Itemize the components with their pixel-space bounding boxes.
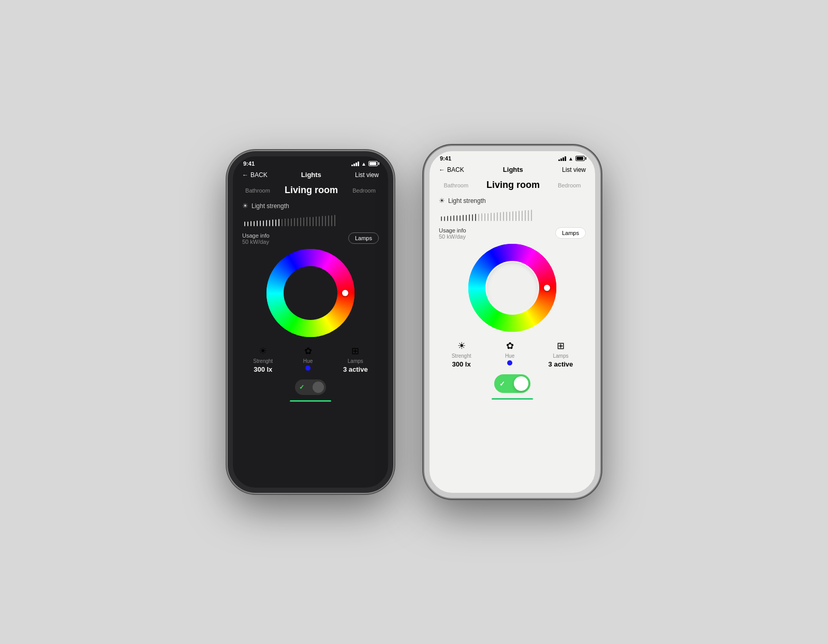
strenght-label-dark: Strenght <box>253 358 273 364</box>
signal-light <box>558 156 566 161</box>
hue-dot-light <box>507 360 512 365</box>
stat-lamps-dark: ⊞ Lamps 3 active <box>343 345 368 373</box>
lamps-label-dark: Lamps <box>348 358 363 364</box>
tab-bathroom-dark[interactable]: Bathroom <box>245 187 270 194</box>
notch-dark <box>279 156 342 170</box>
lamps-icon-light: ⊞ <box>557 340 565 352</box>
tab-living-room-dark[interactable]: Living room <box>285 185 338 196</box>
nav-title-dark: Lights <box>301 171 321 179</box>
back-label-light: BACK <box>447 166 464 173</box>
lamps-value-dark: 3 active <box>343 365 368 373</box>
color-wheel-container-dark <box>233 247 388 341</box>
light-strength-dark: ☀ Light strength <box>233 200 388 229</box>
lamps-label-light: Lamps <box>553 353 568 359</box>
slider-dark[interactable] <box>242 214 379 226</box>
wheel-handle-light[interactable] <box>544 285 550 291</box>
usage-info-light: Usage info 50 kW/day <box>439 227 466 240</box>
toggle-dark[interactable]: ✓ <box>295 379 326 395</box>
sun-icon-light: ☀ <box>439 197 445 204</box>
tab-bedroom-dark[interactable]: Bedroom <box>352 187 376 194</box>
light-strength-light: ☀ Light strength <box>430 195 595 224</box>
strenght-value-light: 300 lx <box>452 360 471 368</box>
color-wheel-dark[interactable] <box>267 249 354 337</box>
sun-icon-dark: ☀ <box>242 202 248 210</box>
toggle-container-light: ✓ <box>430 370 595 395</box>
back-label-dark: BACK <box>250 171 268 179</box>
lamps-icon-dark: ⊞ <box>351 345 359 357</box>
back-arrow-dark <box>242 171 248 179</box>
home-bar-line-dark <box>290 400 331 402</box>
hue-icon-light: ✿ <box>506 340 514 352</box>
home-bar-light <box>430 395 595 402</box>
hue-dot-dark <box>305 365 310 371</box>
status-icons-light: ▲ <box>558 156 585 162</box>
stat-strenght-dark: ☀ Strenght 300 lx <box>253 345 273 373</box>
toggle-check-light: ✓ <box>499 380 505 388</box>
lamps-value-light: 3 active <box>549 360 573 368</box>
stat-lamps-light: ⊞ Lamps 3 active <box>549 340 573 368</box>
color-wheel-light[interactable] <box>468 244 556 332</box>
nav-bar-dark: BACK Lights List view <box>233 168 388 183</box>
usage-info-dark: Usage info 50 kW/day <box>242 232 270 245</box>
hue-icon-dark: ✿ <box>304 345 312 357</box>
phone-light: 9:41 ▲ BACK Lights List view Bathroom Li… <box>424 146 600 498</box>
stat-strenght-light: ☀ Strenght 300 lx <box>452 340 471 368</box>
usage-value-light: 50 kW/day <box>439 233 466 240</box>
room-tabs-light: Bathroom Living room Bedroom <box>430 178 595 195</box>
lamps-button-dark[interactable]: Lamps <box>348 232 379 244</box>
light-strength-header-dark: ☀ Light strength <box>242 202 379 210</box>
usage-label-dark: Usage info <box>242 232 270 239</box>
strenght-icon-light: ☀ <box>457 340 466 352</box>
nav-bar-light: BACK Lights List view <box>430 163 595 178</box>
wifi-dark: ▲ <box>361 161 366 167</box>
back-button-dark[interactable]: BACK <box>242 171 268 179</box>
hue-label-light: Hue <box>505 353 514 359</box>
toggle-knob-dark <box>313 382 324 393</box>
back-arrow-light <box>439 166 445 173</box>
status-icons-dark: ▲ <box>351 161 378 167</box>
wifi-light: ▲ <box>568 156 573 162</box>
stat-hue-dark: ✿ Hue <box>303 345 313 371</box>
wheel-center-light <box>486 262 538 314</box>
time-dark: 9:41 <box>243 160 255 167</box>
slider-light[interactable] <box>439 209 586 221</box>
battery-light <box>575 156 585 161</box>
hue-label-dark: Hue <box>303 358 313 364</box>
notch-light <box>481 151 543 165</box>
strenght-label-light: Strenght <box>452 353 471 359</box>
stats-row-light: ☀ Strenght 300 lx ✿ Hue ⊞ Lamps 3 active <box>430 336 595 370</box>
tab-living-room-light[interactable]: Living room <box>486 180 540 191</box>
phone-dark: 9:41 ▲ BACK Lights List view Bathroom Li… <box>228 151 393 493</box>
usage-label-light: Usage info <box>439 227 466 233</box>
room-tabs-dark: Bathroom Living room Bedroom <box>233 183 388 200</box>
toggle-container-dark: ✓ <box>233 375 388 397</box>
wheel-handle-dark[interactable] <box>342 290 348 296</box>
color-wheel-container-light <box>430 242 595 336</box>
stat-hue-light: ✿ Hue <box>505 340 514 365</box>
toggle-check-dark: ✓ <box>299 384 304 391</box>
tab-bathroom-light[interactable]: Bathroom <box>443 182 468 188</box>
list-view-light[interactable]: List view <box>562 166 586 173</box>
light-strength-label-dark: Light strength <box>252 202 289 210</box>
light-strength-header-light: ☀ Light strength <box>439 197 586 204</box>
signal-dark <box>351 161 359 166</box>
nav-title-light: Lights <box>503 166 523 173</box>
stats-row-dark: ☀ Strenght 300 lx ✿ Hue ⊞ Lamps 3 active <box>233 341 388 375</box>
toggle-light[interactable]: ✓ <box>494 374 530 393</box>
usage-row-light: Usage info 50 kW/day Lamps <box>430 224 595 242</box>
lamps-button-light[interactable]: Lamps <box>555 227 586 239</box>
home-bar-dark <box>233 397 388 404</box>
tab-bedroom-light[interactable]: Bedroom <box>558 182 581 188</box>
strenght-icon-dark: ☀ <box>259 345 267 357</box>
light-strength-label-light: Light strength <box>448 197 486 204</box>
home-bar-line-light <box>492 398 533 400</box>
usage-value-dark: 50 kW/day <box>242 239 270 245</box>
back-button-light[interactable]: BACK <box>439 166 464 173</box>
wheel-center-dark <box>285 267 336 319</box>
list-view-dark[interactable]: List view <box>355 171 379 179</box>
usage-row-dark: Usage info 50 kW/day Lamps <box>233 229 388 247</box>
toggle-knob-light <box>514 376 528 391</box>
time-light: 9:41 <box>440 155 451 162</box>
strenght-value-dark: 300 lx <box>254 365 272 373</box>
battery-dark <box>368 161 378 166</box>
